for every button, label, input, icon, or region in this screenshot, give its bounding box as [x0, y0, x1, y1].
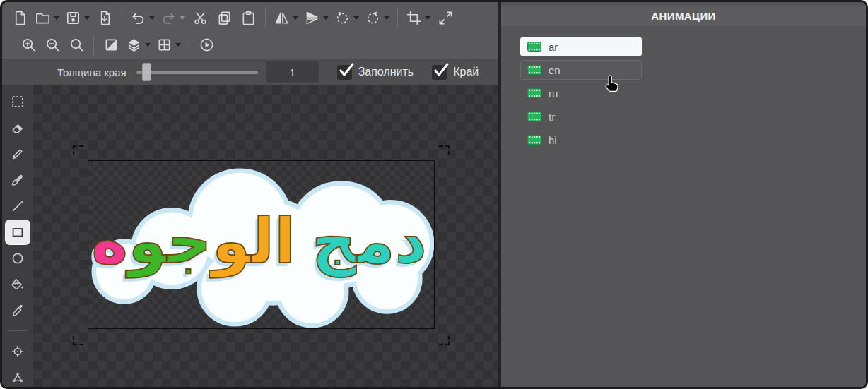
toolbar-row-2	[2, 31, 498, 58]
selection-corner-marker-br[interactable]	[439, 336, 450, 345]
crop-button[interactable]	[404, 6, 432, 29]
options-bar: Толщина края 1 ЗаполнитьКрай	[2, 59, 498, 85]
toolbar-separator	[189, 35, 189, 54]
flip-horizontal-button[interactable]	[272, 6, 300, 29]
tool-crosshair[interactable]	[6, 340, 30, 364]
selection-corner-marker-bl[interactable]	[73, 336, 83, 345]
flip-horizontal-icon	[274, 10, 290, 26]
flip-vertical-dropdown-caret[interactable]	[323, 16, 329, 20]
redo-icon	[160, 10, 177, 26]
workarea: دمج الوجوه	[2, 85, 498, 387]
undo-dropdown-caret[interactable]	[149, 16, 155, 20]
animation-item-tr[interactable]: tr	[520, 107, 642, 126]
grid-button[interactable]	[155, 33, 182, 56]
rotate-ccw-dropdown-caret[interactable]	[353, 16, 359, 20]
palette-separator	[7, 330, 28, 331]
film-icon	[527, 112, 541, 121]
app-window: Толщина края 1 ЗаполнитьКрай	[0, 0, 868, 389]
flip-vertical-button[interactable]	[303, 6, 330, 29]
grid-dropdown-caret[interactable]	[175, 43, 181, 47]
selection-corner-marker-tl[interactable]	[73, 145, 83, 155]
animation-item-ar[interactable]: ar	[520, 37, 642, 56]
animation-item-en[interactable]: en	[520, 60, 642, 80]
editor-area: Толщина края 1 ЗаполнитьКрай	[2, 2, 498, 387]
zoom-icon	[69, 37, 85, 53]
color-picker-icon	[10, 302, 25, 319]
animation-item-label: ar	[549, 41, 558, 53]
zoom-in-icon	[20, 37, 37, 53]
animations-panel-title: АНИМАЦИИ	[651, 10, 716, 22]
cut-button[interactable]	[189, 6, 211, 29]
flip-horizontal-dropdown-caret[interactable]	[293, 16, 298, 20]
copy-button[interactable]	[213, 6, 235, 29]
toolbar-row-1	[2, 4, 498, 31]
animation-item-ru[interactable]: ru	[520, 83, 642, 103]
film-icon	[527, 65, 541, 75]
zoom-button[interactable]	[66, 33, 87, 56]
tool-ellipse[interactable]	[6, 246, 30, 270]
tool-select[interactable]	[6, 90, 30, 114]
resize-button[interactable]	[435, 6, 456, 29]
tool-pencil[interactable]	[6, 142, 30, 166]
cut-icon	[192, 10, 209, 26]
rotate-cw-dropdown-caret[interactable]	[384, 16, 389, 20]
tool-rectangle[interactable]	[6, 220, 30, 244]
rotate-cw-button[interactable]	[363, 6, 391, 29]
logo-segment: جو	[128, 205, 212, 277]
animation-item-hi[interactable]: hi	[520, 130, 642, 150]
undo-button[interactable]	[129, 6, 156, 29]
film-icon	[527, 88, 541, 98]
checkbox-box[interactable]	[432, 65, 447, 80]
flip-vertical-icon	[304, 10, 320, 26]
toolbar-separator	[265, 8, 266, 28]
zoom-in-button[interactable]	[18, 33, 39, 56]
import-file-button[interactable]	[94, 6, 115, 29]
new-file-button[interactable]	[9, 6, 30, 29]
invert-button[interactable]	[100, 33, 122, 56]
nodes-icon	[10, 369, 25, 386]
redo-button[interactable]	[159, 6, 187, 29]
checkbox-edge[interactable]: Край	[432, 65, 479, 80]
edge-thickness-slider[interactable]	[136, 63, 258, 81]
animation-item-label: tr	[549, 111, 555, 123]
checkbox-box[interactable]	[337, 65, 352, 80]
logo-segment: الو	[212, 205, 312, 277]
rotate-cw-icon	[365, 10, 381, 26]
rotate-ccw-icon	[334, 10, 351, 26]
zoom-out-icon	[45, 37, 61, 53]
canvas[interactable]: دمج الوجوه	[33, 85, 498, 387]
tool-nodes[interactable]	[6, 366, 30, 389]
redo-dropdown-caret[interactable]	[180, 16, 185, 20]
slider-track[interactable]	[136, 71, 258, 74]
edge-thickness-value[interactable]: 1	[266, 61, 319, 83]
tool-color-picker[interactable]	[6, 299, 30, 323]
checkbox-fill[interactable]: Заполнить	[337, 65, 414, 80]
zoom-out-button[interactable]	[42, 33, 63, 56]
crop-dropdown-caret[interactable]	[425, 16, 430, 20]
play-icon	[199, 37, 215, 53]
grid-icon	[156, 37, 172, 53]
open-folder-button[interactable]	[33, 6, 61, 29]
tool-line[interactable]	[6, 194, 30, 218]
selection-corner-marker-tr[interactable]	[439, 145, 450, 155]
layers-button[interactable]	[124, 33, 152, 56]
play-button[interactable]	[196, 33, 217, 56]
save-icon	[65, 10, 81, 26]
brush-icon	[10, 172, 25, 188]
toolbar-separator	[122, 8, 122, 28]
tool-eraser[interactable]	[6, 116, 30, 140]
animation-item-label: en	[549, 64, 561, 76]
resize-icon	[438, 10, 454, 26]
animation-item-label: hi	[549, 134, 557, 146]
layers-dropdown-caret[interactable]	[145, 43, 151, 47]
open-folder-dropdown-caret[interactable]	[54, 16, 59, 20]
tool-fill[interactable]	[6, 273, 30, 297]
save-button[interactable]	[64, 6, 91, 29]
rotate-ccw-button[interactable]	[333, 6, 360, 29]
save-dropdown-caret[interactable]	[84, 16, 90, 20]
tool-brush[interactable]	[6, 168, 30, 192]
selection-rect[interactable]: دمج الوجوه	[88, 160, 435, 329]
checkmark-icon	[433, 61, 450, 78]
paste-button[interactable]	[237, 6, 259, 29]
slider-thumb[interactable]	[142, 63, 151, 81]
